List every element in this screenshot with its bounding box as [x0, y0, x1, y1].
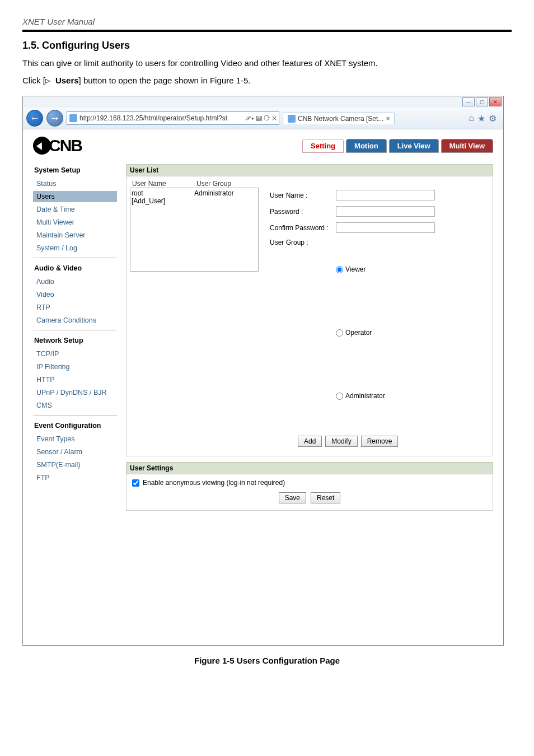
userlist-header: User Name User Group — [130, 180, 259, 188]
sidebar-item-datetime[interactable]: Date & Time — [33, 204, 117, 215]
settings-gear-icon[interactable]: ⚙ — [489, 113, 496, 124]
window-controls: — ▢ ✕ — [23, 96, 503, 108]
favorites-icon[interactable]: ★ — [477, 113, 485, 124]
reset-button[interactable]: Reset — [311, 492, 340, 503]
browser-tab[interactable]: CNB Network Camera [Set... × — [283, 113, 395, 124]
sidebar-item-status[interactable]: Status — [33, 178, 117, 189]
cell-usergroup — [194, 197, 257, 205]
sidebar-item-ftp[interactable]: FTP — [33, 472, 117, 483]
home-icon[interactable]: ⌂ — [469, 113, 474, 123]
userlist-panel-title: User List — [126, 164, 493, 176]
logo-mark-icon — [33, 137, 51, 155]
sidebar-divider — [33, 258, 117, 258]
userlist-column: User Name User Group root Administrator … — [130, 180, 259, 272]
click-prefix: Click [ — [22, 76, 45, 85]
browser-tab-title: CNB Network Camera [Set... — [298, 115, 383, 123]
add-button[interactable]: Add — [298, 436, 322, 447]
intro-paragraph: This can give or limit authority to user… — [22, 57, 512, 70]
click-bold: Users — [55, 76, 79, 85]
close-button[interactable]: ✕ — [489, 97, 502, 106]
back-arrow-icon: ← — [30, 113, 40, 124]
tab-close-icon[interactable]: × — [386, 115, 390, 123]
sidebar-item-multiviewer[interactable]: Multi Viewer — [33, 217, 117, 228]
usersettings-block: Enable anonymous viewing (log-in not req… — [126, 474, 493, 511]
user-form-buttons: Add Modify Remove — [298, 436, 487, 447]
userlist-box[interactable]: root Administrator [Add_User] — [130, 188, 259, 272]
radio-operator[interactable] — [336, 329, 343, 337]
tab-motion[interactable]: Motion — [346, 139, 387, 153]
minimize-button[interactable]: — — [462, 97, 475, 106]
sidebar-item-cms[interactable]: CMS — [33, 400, 117, 411]
radio-viewer-wrap[interactable]: Viewer — [336, 239, 385, 300]
radio-admin-label: Administrator — [345, 392, 385, 400]
tab-strip: CNB Network Camera [Set... × — [283, 111, 465, 125]
forward-button[interactable]: → — [46, 110, 63, 127]
sidebar-divider — [33, 330, 117, 330]
sidebar-item-camera-conditions[interactable]: Camera Conditions — [33, 315, 117, 326]
tab-setting[interactable]: Setting — [302, 139, 344, 153]
sidebar-item-sensoralarm[interactable]: Sensor / Alarm — [33, 446, 117, 458]
usersettings-panel-title: User Settings — [126, 462, 493, 474]
sidebar-group-system: System Setup — [33, 164, 117, 176]
sidebar-item-syslog[interactable]: System / Log — [33, 242, 117, 254]
address-tail-icons[interactable]: 𝒫 ▾ 🗟 ⟳ ✕ — [245, 115, 277, 122]
sidebar-item-smtp[interactable]: SMTP(E-mail) — [33, 459, 117, 470]
sidebar-item-users[interactable]: Users — [33, 191, 117, 202]
figure-caption: Figure 1-5 Users Configuration Page — [22, 656, 512, 665]
sidebar-item-maintain[interactable]: Maintain Server — [33, 230, 117, 241]
sidebar-item-ipfiltering[interactable]: IP Filtering — [33, 361, 117, 372]
modify-button[interactable]: Modify — [325, 436, 357, 447]
app-header: CNB Setting Motion Live View Multi View — [33, 136, 493, 155]
remove-button[interactable]: Remove — [361, 436, 399, 447]
sidebar-item-tcpip[interactable]: TCP/IP — [33, 348, 117, 360]
tab-multiview[interactable]: Multi View — [441, 139, 493, 153]
browser-toolbar: ← → http://192.168.123.25/html/operator/… — [23, 108, 503, 129]
back-button[interactable]: ← — [26, 110, 43, 127]
doc-header-title: XNET User Manual — [22, 17, 512, 26]
label-anonymous-viewing: Enable anonymous viewing (log-in not req… — [143, 479, 285, 487]
radio-operator-wrap[interactable]: Operator — [336, 302, 385, 363]
label-password: Password : — [270, 208, 331, 216]
sidebar: System Setup Status Users Date & Time Mu… — [33, 164, 117, 511]
tab-liveview[interactable]: Live View — [389, 139, 439, 153]
input-confirm-password[interactable] — [336, 222, 435, 233]
sidebar-divider — [33, 415, 117, 416]
checkbox-anonymous-viewing[interactable] — [132, 479, 139, 487]
sidebar-item-rtp[interactable]: RTP — [33, 302, 117, 313]
app-tabs: Setting Motion Live View Multi View — [302, 139, 493, 153]
maximize-button[interactable]: ▢ — [476, 97, 488, 106]
sidebar-item-video[interactable]: Video — [33, 289, 117, 300]
sidebar-item-http[interactable]: HTTP — [33, 374, 117, 385]
address-bar[interactable]: http://192.168.123.25/html/operator/Setu… — [67, 111, 279, 125]
address-text: http://192.168.123.25/html/operator/Setu… — [79, 114, 227, 122]
col-usergroup: User Group — [194, 180, 259, 188]
input-password[interactable] — [336, 206, 435, 217]
input-username[interactable] — [336, 190, 435, 200]
click-instruction: Click [▷ Users] button to open the page … — [22, 74, 512, 87]
label-usergroup: User Group : — [270, 239, 331, 246]
forward-arrow-icon: → — [50, 113, 60, 124]
row-password: Password : — [270, 206, 487, 217]
app-body: System Setup Status Users Date & Time Mu… — [33, 164, 493, 511]
radio-viewer[interactable] — [336, 266, 343, 273]
user-form: User Name : Password : Confirm Password … — [270, 180, 487, 447]
header-rule — [22, 30, 512, 32]
content: User List User Name User Group root Admi… — [126, 164, 493, 511]
userlist-wrap: User Name User Group root Administrator … — [126, 176, 493, 456]
list-row[interactable]: root Administrator — [132, 189, 257, 197]
logo: CNB — [33, 136, 82, 155]
list-row[interactable]: [Add_User] — [132, 197, 257, 205]
sidebar-item-eventtypes[interactable]: Event Types — [33, 433, 117, 445]
radio-viewer-label: Viewer — [345, 265, 366, 273]
save-button[interactable]: Save — [279, 492, 306, 503]
logo-text: CNB — [49, 136, 82, 155]
row-usergroup: User Group : Viewer Operator Administrat… — [270, 239, 487, 427]
sidebar-item-audio[interactable]: Audio — [33, 276, 117, 287]
triangle-glyph: ▷ — [45, 76, 55, 86]
section-heading: 1.5. Configuring Users — [22, 40, 512, 52]
sidebar-item-upnp[interactable]: UPnP / DynDNS / BJR — [33, 387, 117, 398]
radio-administrator[interactable] — [336, 393, 343, 400]
radio-admin-wrap[interactable]: Administrator — [336, 365, 385, 427]
sidebar-group-audiovideo: Audio & Video — [33, 262, 117, 274]
sidebar-group-network: Network Setup — [33, 334, 117, 347]
